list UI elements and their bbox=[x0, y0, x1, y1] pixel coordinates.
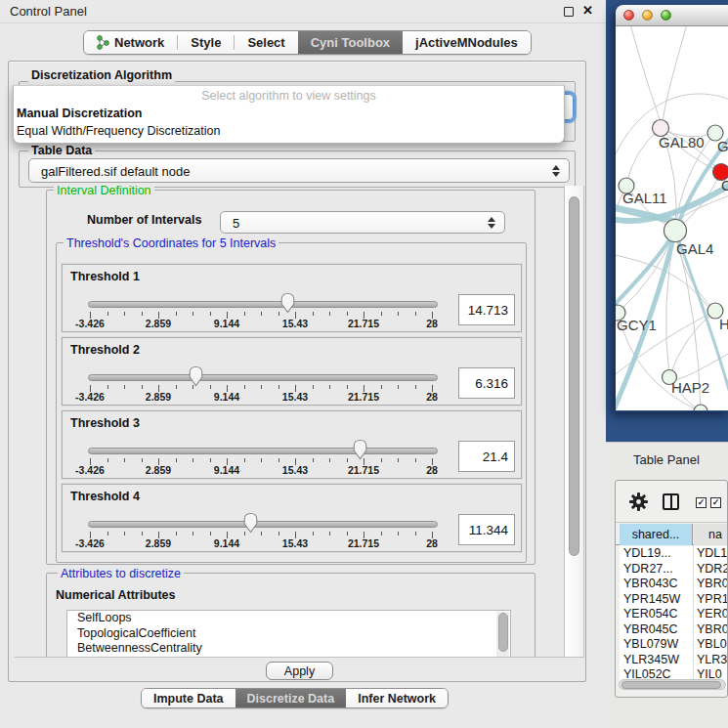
slider-tick bbox=[124, 532, 125, 535]
column-header-name[interactable]: na bbox=[694, 524, 728, 545]
table-row[interactable]: YBL079WYBL0 bbox=[620, 637, 728, 653]
tab-infer-network[interactable]: Infer Network bbox=[346, 689, 448, 707]
slider-track[interactable] bbox=[88, 301, 438, 308]
table-row[interactable]: YBR043CYBR0 bbox=[620, 577, 728, 592]
cell-shared-name: YBR043C bbox=[623, 577, 678, 592]
table-data-combobox[interactable]: galFiltered.sif default node bbox=[28, 158, 570, 183]
slider-tick bbox=[210, 458, 211, 462]
slider-track[interactable] bbox=[88, 521, 438, 528]
attribute-list-item[interactable]: TopologicalCoefficient bbox=[67, 626, 510, 642]
slider-tick bbox=[329, 532, 330, 535]
slider-tick-label: 21.715 bbox=[329, 391, 398, 403]
numerical-attributes-list[interactable]: SelfLoopsTopologicalCoefficientBetweenne… bbox=[66, 610, 511, 658]
slider-tick-label: 28 bbox=[398, 391, 466, 403]
close-icon[interactable]: ✕ bbox=[582, 3, 593, 18]
slider-tick bbox=[415, 312, 416, 316]
deselect-all-checkbox-icon[interactable]: ✓ bbox=[710, 497, 721, 508]
close-window-icon[interactable] bbox=[623, 10, 634, 21]
threshold-label: Threshold 1 bbox=[70, 270, 140, 283]
slider-tick-label: -3.426 bbox=[56, 391, 124, 403]
tab-jactivemnodules[interactable]: jActiveMNodules bbox=[403, 31, 531, 54]
table-row[interactable]: YBR045CYBR0 bbox=[620, 622, 728, 638]
table-row[interactable]: YPR145WYPR1 bbox=[620, 592, 728, 608]
slider-tick-label: -3.426 bbox=[56, 537, 124, 549]
slider-tick-label: 15.43 bbox=[261, 391, 329, 403]
network-canvas[interactable]: GAL80GACGAL11GAL4HGCY1HAP2 bbox=[616, 26, 728, 410]
num-intervals-combobox[interactable]: 5 bbox=[220, 211, 505, 234]
threshold-label: Threshold 2 bbox=[70, 343, 140, 357]
right-region: GAL80GACGAL11GAL4HGCY1HAP2 Table Panel bbox=[606, 0, 728, 728]
select-all-checkbox-icon[interactable]: ✓ bbox=[696, 497, 707, 508]
slider-thumb[interactable] bbox=[242, 512, 259, 534]
zoom-window-icon[interactable] bbox=[661, 10, 671, 21]
popup-option-manual-discretization[interactable]: Manual Discretization bbox=[14, 104, 564, 121]
attribute-list-item[interactable]: SelfLoops bbox=[67, 611, 510, 626]
slider-tick bbox=[278, 458, 279, 462]
table-row[interactable]: YDL19...YDL1 bbox=[620, 546, 728, 562]
threshold-value-field[interactable]: 21.4 bbox=[458, 441, 515, 472]
slider-tick bbox=[142, 385, 143, 389]
table-row[interactable]: YLR345WYLR3 bbox=[620, 653, 728, 668]
table-horizontal-scrollbar[interactable] bbox=[619, 679, 726, 690]
settings-vertical-scrollbar[interactable] bbox=[564, 186, 584, 658]
network-icon bbox=[97, 35, 109, 50]
tab-style[interactable]: Style bbox=[178, 31, 234, 54]
slider-tick-label: 28 bbox=[398, 318, 466, 329]
cell-name: YDL1 bbox=[697, 546, 727, 562]
slider-tick bbox=[313, 458, 314, 462]
threshold-value-field[interactable]: 11.344 bbox=[458, 514, 515, 545]
combo-stepper-icon bbox=[488, 217, 495, 229]
algorithm-dropdown-popup: Select algorithm to view settings Manual… bbox=[13, 85, 565, 144]
scrollbar-thumb[interactable] bbox=[569, 196, 579, 556]
slider-tick bbox=[398, 312, 399, 316]
slider-tick-label: 9.144 bbox=[193, 318, 261, 329]
slider-thumb[interactable] bbox=[188, 365, 204, 387]
minimize-window-icon[interactable] bbox=[642, 10, 653, 21]
slider-tick bbox=[142, 458, 143, 462]
slider-tick bbox=[193, 532, 193, 535]
attribute-list-item[interactable]: BetweennessCentrality bbox=[67, 641, 510, 657]
network-node-n9[interactable] bbox=[694, 405, 707, 410]
combo-stepper-icon bbox=[552, 165, 560, 177]
slider-tick-label: -3.426 bbox=[56, 318, 124, 329]
network-node-label: GCY1 bbox=[617, 317, 657, 333]
slider-thumb[interactable] bbox=[279, 292, 296, 314]
slider-tick-label: 21.715 bbox=[329, 318, 398, 329]
gear-icon[interactable] bbox=[628, 492, 649, 512]
slider-tick bbox=[329, 385, 330, 389]
tab-impute-data[interactable]: Impute Data bbox=[142, 689, 236, 707]
control-panel-header: Control Panel ✕ bbox=[0, 0, 606, 23]
table-row[interactable]: YER054CYER0 bbox=[620, 607, 728, 622]
slider-track[interactable] bbox=[88, 448, 438, 454]
slider-tick bbox=[193, 458, 193, 462]
slider-tick bbox=[142, 312, 143, 316]
tab-cyni-toolbox[interactable]: Cyni Toolbox bbox=[298, 31, 403, 54]
column-header-shared-name[interactable]: shared... bbox=[620, 524, 693, 545]
tab-discretize-data[interactable]: Discretize Data bbox=[236, 689, 347, 707]
network-window-titlebar[interactable] bbox=[616, 5, 728, 26]
slider-tick bbox=[398, 532, 399, 535]
scrollbar-thumb[interactable] bbox=[621, 681, 721, 689]
tab-network[interactable]: Network bbox=[84, 31, 177, 54]
slider-thumb[interactable] bbox=[352, 439, 368, 460]
slider-track[interactable] bbox=[88, 374, 438, 381]
slider-tick bbox=[381, 532, 382, 535]
slider-tick-label: 9.144 bbox=[193, 464, 261, 476]
tab-select[interactable]: Select bbox=[235, 31, 297, 54]
slider-tick-label: 15.43 bbox=[261, 537, 329, 549]
tab-label: Style bbox=[191, 35, 221, 50]
slider-tick-label: 28 bbox=[398, 537, 466, 549]
threshold-value-field[interactable]: 6.316 bbox=[458, 367, 515, 399]
popup-option-equal-width-frequency[interactable]: Equal Width/Frequency Discretization bbox=[14, 121, 564, 139]
tab-label: Impute Data bbox=[153, 692, 224, 706]
slider-tick-label: -3.426 bbox=[56, 464, 124, 476]
apply-button[interactable]: Apply bbox=[266, 662, 333, 680]
float-panel-icon[interactable] bbox=[564, 7, 574, 17]
table-row[interactable]: YDR27...YDR2 bbox=[620, 562, 728, 578]
attributes-scrollbar[interactable] bbox=[496, 612, 509, 658]
algorithm-group-title: Discretization Algorithm bbox=[28, 68, 175, 82]
control-panel: Control Panel ✕ NetworkStyleSelectCyni T… bbox=[0, 0, 606, 728]
split-columns-icon[interactable] bbox=[663, 493, 679, 510]
threshold-value-field[interactable]: 14.713 bbox=[458, 294, 515, 325]
network-node-GAL4[interactable] bbox=[664, 220, 687, 242]
